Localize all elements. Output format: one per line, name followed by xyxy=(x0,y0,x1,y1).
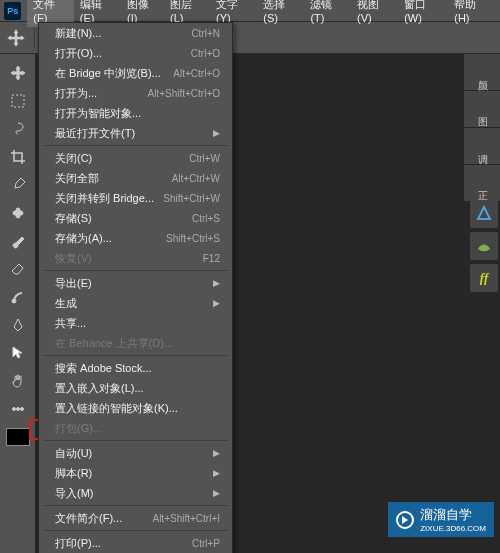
menu-item[interactable]: 置入链接的智能对象(K)... xyxy=(39,398,232,418)
toolbox xyxy=(0,54,36,553)
menu-item-label: 关闭并转到 Bridge... xyxy=(55,191,154,206)
menu-filter[interactable]: 滤镜(T) xyxy=(304,0,351,27)
menu-item[interactable]: 自动(U)▶ xyxy=(39,443,232,463)
menu-item-shortcut: Alt+Ctrl+O xyxy=(173,68,220,79)
svg-rect-13 xyxy=(12,95,24,107)
menu-item-label: 生成 xyxy=(55,296,77,311)
color-swatch[interactable] xyxy=(6,428,30,446)
menu-item: 恢复(V)F12 xyxy=(39,248,232,268)
menu-window[interactable]: 窗口(W) xyxy=(398,0,448,27)
svg-point-17 xyxy=(12,408,15,411)
panel-tab-color[interactable]: 颜 xyxy=(464,54,500,90)
watermark-url: ZIXUE.3D66.COM xyxy=(420,524,486,533)
menu-item-label: 导出(E) xyxy=(55,276,92,291)
hand-tool[interactable] xyxy=(5,368,31,394)
svg-point-16 xyxy=(12,299,16,303)
brush-tool[interactable] xyxy=(5,228,31,254)
menu-item-shortcut: Ctrl+S xyxy=(192,213,220,224)
menu-item-label: 打开为... xyxy=(55,86,97,101)
menu-item[interactable]: 打开为智能对象... xyxy=(39,103,232,123)
svg-point-19 xyxy=(20,408,23,411)
menu-item[interactable]: 导出(E)▶ xyxy=(39,273,232,293)
panel-tab-adjustments[interactable]: 调 xyxy=(464,128,500,164)
separator xyxy=(34,28,35,48)
menu-item-shortcut: Alt+Ctrl+W xyxy=(172,173,220,184)
menu-item[interactable]: 置入嵌入对象(L)... xyxy=(39,378,232,398)
eyedropper-tool[interactable] xyxy=(5,172,31,198)
submenu-arrow-icon: ▶ xyxy=(213,278,220,288)
menu-item[interactable]: 打开为...Alt+Shift+Ctrl+O xyxy=(39,83,232,103)
marquee-tool[interactable] xyxy=(5,88,31,114)
plugin-ff-icon[interactable]: ff xyxy=(470,264,498,292)
plugin-green-icon[interactable] xyxy=(470,232,498,260)
menu-item-label: 置入链接的智能对象(K)... xyxy=(55,401,178,416)
submenu-arrow-icon: ▶ xyxy=(213,128,220,138)
menu-item-shortcut: Shift+Ctrl+W xyxy=(163,193,220,204)
plugin-a-icon[interactable] xyxy=(470,200,498,228)
menu-item-label: 打开(O)... xyxy=(55,46,102,61)
menu-item[interactable]: 关闭全部Alt+Ctrl+W xyxy=(39,168,232,188)
menu-item-label: 置入嵌入对象(L)... xyxy=(55,381,144,396)
panel-tab-layers[interactable]: 图 xyxy=(464,91,500,127)
menu-item-shortcut: F12 xyxy=(203,253,220,264)
menu-item-label: 共享... xyxy=(55,316,86,331)
menu-item[interactable]: 在 Bridge 中浏览(B)...Alt+Ctrl+O xyxy=(39,63,232,83)
menu-help[interactable]: 帮助(H) xyxy=(448,0,496,27)
svg-rect-15 xyxy=(16,208,20,218)
menu-separator xyxy=(43,145,228,146)
gradient-tool[interactable] xyxy=(5,284,31,310)
panel-tab-properties[interactable]: 正 xyxy=(464,165,500,201)
menu-item: 在 Behance 上共享(D)... xyxy=(39,333,232,353)
menu-item: 打包(G)... xyxy=(39,418,232,438)
path-selection-tool[interactable] xyxy=(5,340,31,366)
crop-tool[interactable] xyxy=(5,144,31,170)
menu-item-label: 关闭全部 xyxy=(55,171,99,186)
menu-item[interactable]: 生成▶ xyxy=(39,293,232,313)
menu-item[interactable]: 存储为(A)...Shift+Ctrl+S xyxy=(39,228,232,248)
menu-item-label: 打开为智能对象... xyxy=(55,106,141,121)
menu-item-label: 存储为(A)... xyxy=(55,231,112,246)
menu-item-label: 存储(S) xyxy=(55,211,92,226)
menu-item[interactable]: 关闭并转到 Bridge...Shift+Ctrl+W xyxy=(39,188,232,208)
menu-item-label: 搜索 Adobe Stock... xyxy=(55,361,152,376)
menu-item[interactable]: 导入(M)▶ xyxy=(39,483,232,503)
submenu-arrow-icon: ▶ xyxy=(213,298,220,308)
more-tools[interactable] xyxy=(5,396,31,422)
app-logo: Ps xyxy=(4,2,21,20)
menu-item-shortcut: Ctrl+N xyxy=(191,28,220,39)
menu-select[interactable]: 选择(S) xyxy=(257,0,304,27)
pen-tool[interactable] xyxy=(5,312,31,338)
menu-item-label: 自动(U) xyxy=(55,446,92,461)
submenu-arrow-icon: ▶ xyxy=(213,488,220,498)
menu-item-label: 打印(P)... xyxy=(55,536,101,551)
healing-tool[interactable] xyxy=(5,200,31,226)
svg-point-18 xyxy=(16,408,19,411)
menu-item[interactable]: 新建(N)...Ctrl+N xyxy=(39,23,232,43)
menu-item[interactable]: 共享... xyxy=(39,313,232,333)
move-tool[interactable] xyxy=(5,60,31,86)
menu-item-shortcut: Alt+Shift+Ctrl+I xyxy=(152,513,220,524)
lasso-tool[interactable] xyxy=(5,116,31,142)
menu-item[interactable]: 打开(O)...Ctrl+O xyxy=(39,43,232,63)
watermark-text: 溜溜自学 xyxy=(420,507,472,522)
menu-item-shortcut: Ctrl+P xyxy=(192,538,220,549)
menu-separator xyxy=(43,440,228,441)
move-tool-icon[interactable] xyxy=(6,28,26,48)
menu-item[interactable]: 最近打开文件(T)▶ xyxy=(39,123,232,143)
menu-item[interactable]: 存储(S)Ctrl+S xyxy=(39,208,232,228)
menu-separator xyxy=(43,355,228,356)
menu-separator xyxy=(43,505,228,506)
eraser-tool[interactable] xyxy=(5,256,31,282)
menu-item-label: 导入(M) xyxy=(55,486,94,501)
menu-item-label: 文件简介(F)... xyxy=(55,511,122,526)
menu-item[interactable]: 搜索 Adobe Stock... xyxy=(39,358,232,378)
menu-item-label: 在 Behance 上共享(D)... xyxy=(55,336,173,351)
menu-item-label: 关闭(C) xyxy=(55,151,92,166)
menu-item[interactable]: 文件简介(F)...Alt+Shift+Ctrl+I xyxy=(39,508,232,528)
menu-separator xyxy=(43,270,228,271)
menu-item[interactable]: 关闭(C)Ctrl+W xyxy=(39,148,232,168)
menu-item-label: 最近打开文件(T) xyxy=(55,126,135,141)
menu-view[interactable]: 视图(V) xyxy=(351,0,398,27)
menu-item[interactable]: 打印(P)...Ctrl+P xyxy=(39,533,232,553)
menu-item[interactable]: 脚本(R)▶ xyxy=(39,463,232,483)
